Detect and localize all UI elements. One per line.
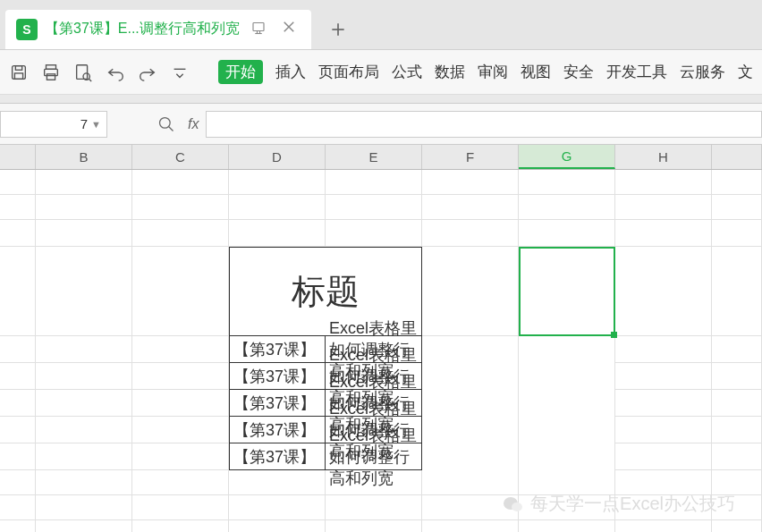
svg-rect-10 xyxy=(14,72,22,78)
menu-review[interactable]: 审阅 xyxy=(478,62,508,82)
grid-row[interactable] xyxy=(0,520,762,532)
svg-point-18 xyxy=(160,117,171,128)
app-icon: S xyxy=(16,19,38,40)
cell-d[interactable]: 【第37课】 xyxy=(229,443,326,470)
col-header-f[interactable]: F xyxy=(422,145,519,169)
column-headers: B C D E F G H xyxy=(0,145,762,170)
formula-bar: 7 ▼ fx xyxy=(0,104,762,145)
name-box[interactable]: 7 ▼ xyxy=(0,111,107,138)
menu-devtools[interactable]: 开发工具 xyxy=(606,62,667,82)
svg-rect-14 xyxy=(77,64,88,79)
grid-rows: 标题 【第37课】 Excel表格里如何调整行高和列宽 【第37课】 Excel… xyxy=(0,170,762,532)
grid-row[interactable] xyxy=(0,220,762,247)
zoom-icon[interactable] xyxy=(157,115,175,133)
save-icon[interactable] xyxy=(9,63,29,82)
menu-security[interactable]: 安全 xyxy=(563,62,594,82)
redo-icon[interactable] xyxy=(138,63,157,82)
spreadsheet-grid[interactable]: B C D E F G H 标题 xyxy=(0,145,762,532)
menu-text[interactable]: 文 xyxy=(738,62,753,82)
col-header-b[interactable]: B xyxy=(36,145,132,169)
ribbon-strip xyxy=(0,95,762,104)
watermark-text: 每天学一点Excel办公技巧 xyxy=(530,492,735,516)
svg-line-19 xyxy=(169,126,174,131)
tab-title: 【第37课】E...调整行高和列宽 xyxy=(45,20,240,38)
grid-row[interactable] xyxy=(0,170,762,195)
formula-input[interactable] xyxy=(206,111,762,138)
name-box-value: 7 xyxy=(6,116,91,131)
svg-rect-13 xyxy=(47,73,55,79)
data-row[interactable]: 【第37课】 Excel表格里如何调整行高和列宽 xyxy=(0,443,762,470)
menu-formula[interactable]: 公式 xyxy=(392,62,422,82)
fx-label[interactable]: fx xyxy=(188,116,199,132)
menu-page-layout[interactable]: 页面布局 xyxy=(318,62,379,82)
menu-insert[interactable]: 插入 xyxy=(275,62,306,82)
col-header-d[interactable]: D xyxy=(229,145,326,169)
col-header-h[interactable]: H xyxy=(615,145,712,169)
new-tab-button[interactable] xyxy=(318,10,358,49)
tab-window-icon[interactable] xyxy=(247,19,270,39)
preview-icon[interactable] xyxy=(73,63,93,82)
col-header-rest[interactable] xyxy=(712,145,762,169)
chevron-down-icon[interactable]: ▼ xyxy=(91,119,101,130)
cell-d[interactable]: 【第37课】 xyxy=(229,363,326,390)
col-header-e[interactable]: E xyxy=(326,145,422,169)
print-icon[interactable] xyxy=(41,63,61,82)
quick-toolbar: 开始 插入 页面布局 公式 数据 审阅 视图 安全 开发工具 云服务 文 xyxy=(0,50,762,95)
cell-e[interactable]: Excel表格里如何调整行高和列宽 xyxy=(326,443,422,470)
cell-d[interactable]: 【第37课】 xyxy=(229,336,326,363)
col-header-c[interactable]: C xyxy=(132,145,229,169)
svg-point-21 xyxy=(512,502,522,511)
menu-view[interactable]: 视图 xyxy=(521,62,551,82)
document-tab[interactable]: S 【第37课】E...调整行高和列宽 xyxy=(5,10,311,49)
undo-icon[interactable] xyxy=(106,63,125,82)
cell-d[interactable]: 【第37课】 xyxy=(229,390,326,417)
watermark: 每天学一点Excel办公技巧 xyxy=(502,492,735,516)
svg-line-16 xyxy=(89,79,91,81)
tab-close-icon[interactable] xyxy=(277,19,301,39)
menu-home[interactable]: 开始 xyxy=(218,60,263,84)
svg-rect-0 xyxy=(253,23,264,31)
menu-cloud[interactable]: 云服务 xyxy=(680,62,725,82)
menu-bar: 开始 插入 页面布局 公式 数据 审阅 视图 安全 开发工具 云服务 文 xyxy=(218,60,753,84)
toolbar-more-icon[interactable] xyxy=(170,63,190,82)
wechat-icon xyxy=(502,495,525,513)
cell-d[interactable]: 【第37课】 xyxy=(229,417,326,443)
svg-rect-9 xyxy=(15,65,21,70)
grid-row[interactable] xyxy=(0,195,762,220)
col-header-blank[interactable] xyxy=(0,145,36,169)
tab-bar: S 【第37课】E...调整行高和列宽 xyxy=(0,0,762,50)
col-header-g[interactable]: G xyxy=(519,145,615,169)
menu-data[interactable]: 数据 xyxy=(435,62,465,82)
